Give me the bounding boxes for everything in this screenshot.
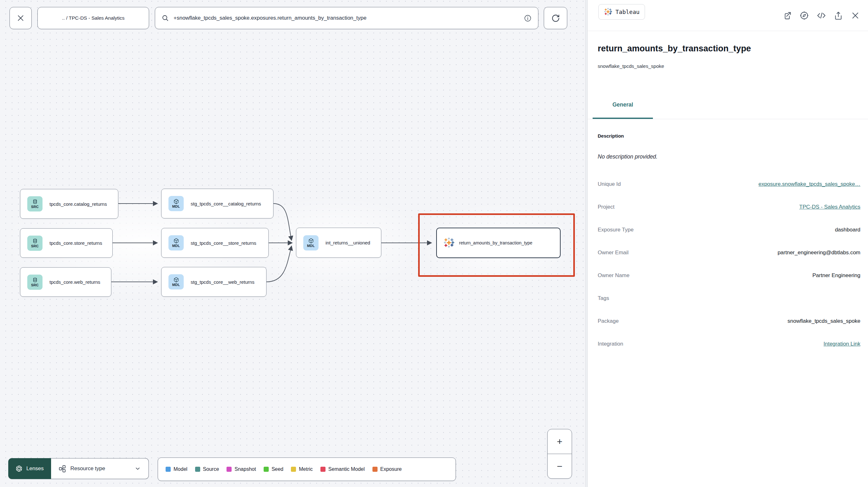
graph-node-stg-store-returns[interactable]: MDL stg_tpcds_core__store_returns	[161, 228, 269, 258]
node-label: stg_tpcds_core__catalog_returns	[191, 201, 261, 206]
unique-id-link[interactable]: exposure.snowflake_tpcds_sales_spoke…	[758, 181, 860, 187]
project-link[interactable]: TPC-DS - Sales Analytics	[799, 204, 860, 210]
database-icon	[32, 278, 38, 283]
external-link-icon	[783, 11, 792, 20]
field-value: partner_engineering@dbtlabs.com	[778, 250, 860, 256]
cube-icon	[308, 238, 314, 244]
description-empty-text: No description provided.	[598, 154, 658, 160]
info-icon[interactable]	[524, 14, 532, 22]
tab-general-label: General	[593, 101, 653, 108]
view-code-button[interactable]	[817, 11, 826, 20]
field-value: dashboard	[835, 227, 860, 233]
open-external-button[interactable]	[783, 11, 792, 20]
explore-lineage-button[interactable]	[800, 11, 809, 20]
field-row-unique-id: Unique Id exposure.snowflake_tpcds_sales…	[588, 173, 868, 196]
breadcrumb-label: .. / TPC-DS - Sales Analytics	[62, 15, 125, 21]
chevron-down-icon	[134, 465, 141, 472]
field-row-project: Project TPC-DS - Sales Analytics	[588, 196, 868, 219]
legend-label: Semantic Model	[328, 466, 365, 472]
share-button[interactable]	[834, 11, 843, 20]
badge-label: MDL	[307, 244, 315, 248]
close-graph-button[interactable]	[9, 7, 32, 29]
search-input[interactable]	[174, 15, 519, 21]
badge-label: MDL	[172, 244, 180, 248]
node-label: tpcds_core.catalog_returns	[50, 201, 107, 207]
breadcrumb[interactable]: .. / TPC-DS - Sales Analytics	[37, 7, 149, 29]
refresh-icon	[551, 14, 560, 23]
tableau-badge: Tableau	[598, 4, 645, 20]
graph-node-source-catalog-returns[interactable]: SRC tpcds_core.catalog_returns	[20, 189, 118, 219]
field-row-integration: Integration Integration Link	[588, 333, 868, 355]
graph-node-int-returns-unioned[interactable]: MDL int_returns__unioned	[296, 228, 381, 258]
legend-swatch	[320, 467, 326, 472]
legend-label: Metric	[299, 466, 313, 472]
source-badge: SRC	[27, 274, 42, 290]
graph-node-source-store-returns[interactable]: SRC tpcds_core.store_returns	[20, 228, 113, 258]
panel-subtitle: snowflake_tpcds_sales_spoke	[598, 63, 664, 69]
lenses-button[interactable]: Lenses	[8, 458, 51, 479]
node-label: stg_tpcds_core__web_returns	[191, 279, 254, 285]
legend-label: Exposure	[380, 466, 402, 472]
legend-label: Model	[174, 466, 187, 472]
node-label: tpcds_core.store_returns	[50, 240, 102, 246]
field-row-owner-email: Owner Email partner_engineering@dbtlabs.…	[588, 241, 868, 264]
legend-swatch	[264, 467, 269, 472]
database-icon	[32, 199, 38, 204]
field-row-owner-name: Owner Name Partner Engineering	[588, 264, 868, 287]
lenses-label: Lenses	[26, 465, 44, 472]
legend-swatch	[291, 467, 296, 472]
legend-item-exposure: Exposure	[372, 466, 402, 472]
graph-node-exposure-return-amounts[interactable]: return_amounts_by_transaction_type	[436, 228, 561, 258]
model-badge: MDL	[303, 235, 318, 251]
search-icon	[161, 14, 169, 22]
lens-controls: Lenses Resource type	[8, 458, 149, 479]
legend-item-snapshot: Snapshot	[226, 466, 256, 472]
field-label: Integration	[598, 341, 623, 347]
description-heading: Description	[598, 133, 624, 138]
panel-header-actions	[783, 0, 860, 31]
legend-swatch	[226, 467, 231, 472]
zoom-in-button[interactable]: +	[548, 429, 572, 454]
lineage-canvas[interactable]: SRC tpcds_core.catalog_returns SRC tpcds…	[0, 0, 585, 487]
resource-type-dropdown[interactable]: Resource type	[51, 458, 149, 479]
field-label: Unique Id	[598, 181, 621, 187]
model-badge: MDL	[168, 274, 184, 290]
tabs-divider	[588, 119, 868, 119]
field-value: snowflake_tpcds_sales_spoke	[787, 318, 860, 324]
legend-label: Snapshot	[235, 466, 256, 472]
legend-swatch	[165, 467, 171, 472]
tableau-badge-label: Tableau	[616, 8, 640, 15]
tableau-icon	[604, 8, 612, 16]
search-bar	[155, 7, 538, 29]
refresh-button[interactable]	[544, 7, 567, 29]
model-badge: MDL	[168, 196, 184, 211]
code-icon	[817, 11, 826, 20]
source-badge: SRC	[27, 235, 42, 251]
metadata-fields: Unique Id exposure.snowflake_tpcds_sales…	[588, 173, 868, 355]
node-type-legend: Model Source Snapshot Seed Metric Semant…	[158, 457, 456, 481]
legend-label: Source	[203, 466, 219, 472]
aperture-icon	[16, 465, 23, 472]
share-icon	[834, 11, 843, 20]
cube-icon	[174, 199, 179, 204]
tab-general[interactable]: General	[593, 100, 653, 119]
database-icon	[32, 238, 38, 244]
graph-node-stg-catalog-returns[interactable]: MDL stg_tpcds_core__catalog_returns	[161, 189, 274, 219]
legend-item-seed: Seed	[264, 466, 283, 472]
badge-label: MDL	[172, 283, 180, 287]
close-icon	[851, 11, 860, 20]
field-label: Owner Email	[598, 250, 628, 256]
zoom-out-button[interactable]: −	[548, 454, 572, 479]
badge-label: MDL	[172, 204, 180, 208]
zoom-control: + −	[547, 429, 572, 479]
node-label: return_amounts_by_transaction_type	[459, 240, 532, 246]
legend-swatch	[372, 467, 377, 472]
node-label: tpcds_core.web_returns	[50, 279, 100, 285]
cube-icon	[174, 277, 179, 283]
graph-node-source-web-returns[interactable]: SRC tpcds_core.web_returns	[20, 267, 111, 297]
close-panel-button[interactable]	[851, 11, 860, 20]
panel-divider	[585, 0, 588, 487]
graph-node-stg-web-returns[interactable]: MDL stg_tpcds_core__web_returns	[161, 267, 267, 297]
legend-label: Seed	[272, 466, 283, 472]
integration-link[interactable]: Integration Link	[824, 341, 860, 347]
